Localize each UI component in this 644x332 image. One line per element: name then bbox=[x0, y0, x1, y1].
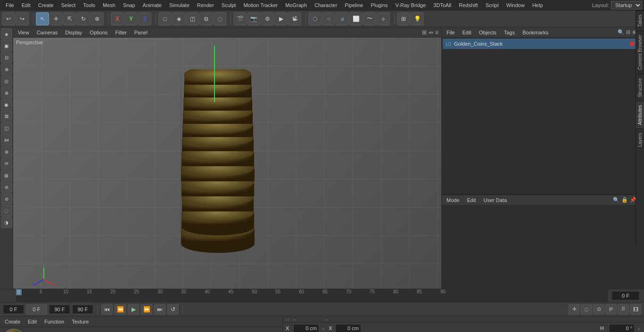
lp-texture-btn[interactable]: ▣ bbox=[1, 40, 12, 51]
obj-file-menu[interactable]: File bbox=[445, 29, 457, 36]
menu-mograph[interactable]: MoGraph bbox=[281, 1, 311, 9]
lp-paint-btn[interactable]: ◎ bbox=[1, 75, 12, 87]
lp-10[interactable]: ⊛ bbox=[1, 146, 12, 157]
menu-sculpt[interactable]: Sculpt bbox=[218, 1, 240, 9]
uv-mode-button[interactable]: ⧉ bbox=[199, 12, 213, 25]
lp-8[interactable]: ◫ bbox=[1, 122, 12, 134]
cylinder-button[interactable]: ⌀ bbox=[336, 12, 349, 25]
step-back-btn[interactable]: ⏪ bbox=[115, 304, 126, 315]
menu-motion-tracker[interactable]: Motion Tracker bbox=[239, 1, 281, 9]
go-first-frame-btn[interactable]: ⏮ bbox=[101, 304, 113, 315]
lp-sculpt-btn[interactable]: ⊕ bbox=[1, 64, 12, 75]
vp-menu-display[interactable]: Display bbox=[63, 29, 84, 36]
lp-uv-btn[interactable]: ⊟ bbox=[1, 52, 12, 63]
menu-animate[interactable]: Animate bbox=[139, 1, 165, 9]
axis-x-button[interactable]: X bbox=[111, 12, 124, 25]
frame-start-input[interactable]: 0 F bbox=[3, 305, 24, 314]
vp-icon-arrows[interactable]: ⇔ bbox=[429, 29, 433, 36]
h-rot-input[interactable] bbox=[609, 324, 635, 332]
h-arrow[interactable]: ▲ bbox=[636, 326, 641, 331]
redo-button[interactable]: ↪ bbox=[16, 12, 29, 25]
render-settings-button[interactable]: ⚙ bbox=[261, 12, 274, 25]
mat-function-menu[interactable]: Function bbox=[42, 318, 66, 325]
timeline-ruler[interactable]: 0 5 10 15 20 25 30 35 40 45 50 55 60 65 … bbox=[16, 289, 608, 302]
transform-button[interactable]: ⊕ bbox=[91, 12, 104, 25]
mat-edit-menu[interactable]: Edit bbox=[26, 318, 39, 325]
menu-vray[interactable]: V-Ray Bridge bbox=[392, 1, 430, 9]
lp-11[interactable]: ⟳ bbox=[1, 158, 12, 169]
frame-preview-input[interactable] bbox=[72, 305, 93, 314]
obj-tags-menu[interactable]: Tags bbox=[502, 29, 517, 36]
menu-select[interactable]: Select bbox=[58, 1, 80, 9]
render-view-button[interactable]: 📷 bbox=[247, 12, 260, 25]
obj-search-icon[interactable]: 🔍 bbox=[618, 29, 624, 35]
axis-z-button[interactable]: Z bbox=[138, 12, 151, 25]
attrs-search-icon[interactable]: 🔍 bbox=[613, 197, 619, 203]
obj-edit-menu[interactable]: Edit bbox=[461, 29, 473, 36]
frame-rate-input[interactable] bbox=[28, 305, 45, 314]
layout-select[interactable]: Startup bbox=[611, 1, 642, 9]
point-mode-button[interactable]: ◌ bbox=[213, 12, 226, 25]
move-button[interactable]: ✛ bbox=[50, 12, 63, 25]
vp-menu-options[interactable]: Options bbox=[88, 29, 109, 36]
x-size-input[interactable] bbox=[335, 324, 361, 332]
lp-14[interactable]: ⊘ bbox=[1, 193, 12, 204]
tab-layers[interactable]: Layers bbox=[636, 129, 644, 151]
menu-snap[interactable]: Snap bbox=[119, 1, 139, 9]
material-coin[interactable]: coin bbox=[2, 329, 25, 332]
menu-edit[interactable]: Edit bbox=[18, 1, 34, 9]
plane-button[interactable]: ⬜ bbox=[349, 12, 363, 25]
tab-attributes[interactable]: Attributes bbox=[636, 101, 644, 129]
ffd-button[interactable]: ⟡ bbox=[377, 12, 390, 25]
menu-help[interactable]: Help bbox=[528, 1, 547, 9]
render-region-button[interactable]: 🎬 bbox=[233, 12, 247, 25]
attrs-lock-icon[interactable]: 🔒 bbox=[621, 197, 628, 203]
tab-content-browser[interactable]: Content Browser bbox=[636, 31, 644, 73]
menu-redshift[interactable]: Redshift bbox=[455, 1, 481, 9]
menu-simulate[interactable]: Simulate bbox=[165, 1, 193, 9]
obj-filter-icon[interactable]: ⊟ bbox=[626, 29, 630, 35]
axis-y-button[interactable]: Y bbox=[124, 12, 138, 25]
key-record-btn[interactable]: □ bbox=[581, 304, 592, 315]
attrs-userdata-menu[interactable]: User Data bbox=[482, 196, 509, 204]
cube-button[interactable]: ⬡ bbox=[308, 12, 322, 25]
menu-file[interactable]: File bbox=[2, 1, 18, 9]
rotate-button[interactable]: ↻ bbox=[77, 12, 90, 25]
polygon-mode-button[interactable]: ◫ bbox=[186, 12, 199, 25]
key-film-btn[interactable]: 🎞 bbox=[630, 304, 641, 315]
undo-button[interactable]: ↩ bbox=[2, 12, 15, 25]
x-pos-arrow[interactable]: ▲ bbox=[321, 326, 326, 331]
lp-7[interactable]: ⌘ bbox=[1, 111, 12, 122]
edge-mode-button[interactable]: ◈ bbox=[172, 12, 185, 25]
lp-6[interactable]: ◉ bbox=[1, 99, 12, 110]
grid-button[interactable]: ⊞ bbox=[397, 12, 410, 25]
vp-menu-view[interactable]: View bbox=[16, 29, 31, 36]
mat-create-menu[interactable]: Create bbox=[3, 318, 22, 325]
lp-9[interactable]: ⋈ bbox=[1, 134, 12, 146]
menu-window[interactable]: Window bbox=[503, 1, 528, 9]
lp-15[interactable]: ◌ bbox=[1, 205, 12, 216]
object-row-coins[interactable]: L0 Golden_Coins_Stack bbox=[443, 39, 643, 49]
frame-end-input[interactable] bbox=[49, 305, 70, 314]
vp-menu-panel[interactable]: Panel bbox=[132, 29, 149, 36]
lp-13[interactable]: ⊜ bbox=[1, 181, 12, 193]
vp-icon-expand[interactable]: ⊞ bbox=[422, 29, 427, 36]
loop-btn[interactable]: ↺ bbox=[167, 304, 179, 315]
play-btn[interactable]: ▶ bbox=[128, 304, 139, 315]
light-button[interactable]: 💡 bbox=[411, 12, 424, 25]
obj-objects-menu[interactable]: Objects bbox=[477, 29, 498, 36]
menu-create[interactable]: Create bbox=[34, 1, 58, 9]
select-mode-button[interactable]: ↖ bbox=[36, 12, 49, 25]
vp-menu-cameras[interactable]: Cameras bbox=[35, 29, 60, 36]
sphere-button[interactable]: ○ bbox=[322, 12, 335, 25]
current-frame-display[interactable] bbox=[611, 291, 640, 300]
menu-3dtoall[interactable]: 3DToAll bbox=[429, 1, 455, 9]
x-pos-input[interactable] bbox=[293, 324, 319, 332]
key-dots-btn[interactable]: ⠿ bbox=[618, 304, 629, 315]
attrs-edit-menu[interactable]: Edit bbox=[465, 196, 478, 204]
attrs-mode-menu[interactable]: Mode bbox=[445, 196, 462, 204]
frame-step-input-btn[interactable] bbox=[26, 304, 47, 315]
scale-button[interactable]: ⇱ bbox=[63, 12, 76, 25]
menu-render[interactable]: Render bbox=[193, 1, 218, 9]
menu-script[interactable]: Script bbox=[482, 1, 503, 9]
